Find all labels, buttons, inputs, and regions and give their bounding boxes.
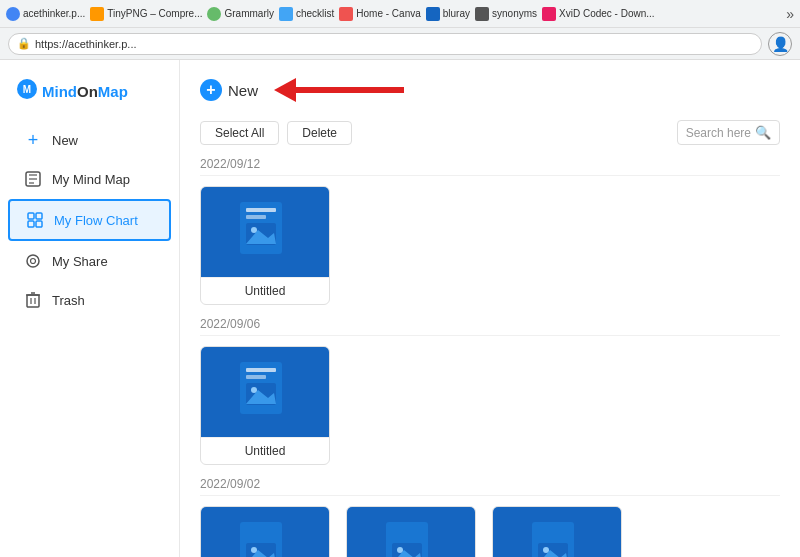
- date-section-3: 2022/09/02: [200, 477, 780, 557]
- address-bar[interactable]: 🔒 https://acethinker.p...: [8, 33, 762, 55]
- tab-5[interactable]: Home - Canva: [339, 7, 420, 21]
- svg-rect-6: [28, 213, 34, 219]
- sidebar-item-new[interactable]: + New: [8, 121, 171, 159]
- cards-row-3: [200, 506, 780, 557]
- svg-marker-17: [274, 78, 296, 102]
- toolbar-row: Select All Delete Search here 🔍: [200, 120, 780, 145]
- svg-point-37: [397, 547, 403, 553]
- svg-rect-21: [246, 215, 266, 219]
- svg-rect-18: [296, 87, 404, 93]
- file-card-preview: [493, 507, 621, 557]
- sidebar-share-label: My Share: [52, 254, 108, 269]
- file-card-preview: [201, 347, 329, 437]
- lock-icon: 🔒: [17, 37, 31, 50]
- search-icon: 🔍: [755, 125, 771, 140]
- app-container: M MindOnMap + New My Mind Map: [0, 60, 800, 557]
- svg-rect-27: [246, 375, 266, 379]
- svg-point-41: [543, 547, 549, 553]
- plus-icon: +: [24, 131, 42, 149]
- new-button-label: New: [228, 82, 258, 99]
- cards-row-2: Untitled: [200, 346, 780, 465]
- logo-icon: M: [16, 78, 38, 104]
- more-tabs-button[interactable]: »: [786, 6, 794, 22]
- search-box[interactable]: Search here 🔍: [677, 120, 780, 145]
- tab-8[interactable]: XviD Codec - Down...: [542, 7, 655, 21]
- file-card[interactable]: [492, 506, 622, 557]
- browser-tabs: acethinker.p... TinyPNG – Compre... Gram…: [6, 7, 782, 21]
- url-text: https://acethinker.p...: [35, 38, 137, 50]
- svg-rect-7: [36, 213, 42, 219]
- file-card[interactable]: Untitled: [200, 346, 330, 465]
- file-card[interactable]: [200, 506, 330, 557]
- tab-6[interactable]: bluray: [426, 7, 470, 21]
- file-card-preview: [201, 507, 329, 557]
- flowchart-icon: [26, 211, 44, 229]
- app-logo: M MindOnMap: [0, 70, 179, 120]
- svg-rect-26: [246, 368, 276, 372]
- trash-icon: [24, 291, 42, 309]
- delete-button[interactable]: Delete: [287, 121, 352, 145]
- share-icon: [24, 252, 42, 270]
- profile-icon[interactable]: 👤: [768, 32, 792, 56]
- sidebar-flowchart-label: My Flow Chart: [54, 213, 138, 228]
- mindmap-icon: [24, 170, 42, 188]
- file-card[interactable]: [346, 506, 476, 557]
- toolbar-left: Select All Delete: [200, 121, 352, 145]
- sidebar-trash-label: Trash: [52, 293, 85, 308]
- svg-text:M: M: [23, 84, 31, 95]
- svg-rect-20: [246, 208, 276, 212]
- svg-point-11: [31, 259, 36, 264]
- svg-rect-8: [28, 221, 34, 227]
- svg-point-29: [251, 387, 257, 393]
- sidebar-item-flowchart[interactable]: My Flow Chart: [8, 199, 171, 241]
- svg-rect-12: [27, 295, 39, 307]
- svg-point-23: [251, 227, 257, 233]
- address-bar-row: 🔒 https://acethinker.p... 👤: [0, 28, 800, 60]
- date-label-2: 2022/09/06: [200, 317, 780, 336]
- sidebar: M MindOnMap + New My Mind Map: [0, 60, 180, 557]
- tab-7[interactable]: synonyms: [475, 7, 537, 21]
- new-button-plus-icon: +: [200, 79, 222, 101]
- main-header: + New: [200, 76, 780, 104]
- tab-1[interactable]: acethinker.p...: [6, 7, 85, 21]
- tab-3[interactable]: Grammarly: [207, 7, 273, 21]
- svg-rect-9: [36, 221, 42, 227]
- sidebar-mindmap-label: My Mind Map: [52, 172, 130, 187]
- file-card-preview: [201, 187, 329, 277]
- cards-row-1: Untitled: [200, 186, 780, 305]
- date-section-1: 2022/09/12 Untitled: [200, 157, 780, 305]
- tab-2[interactable]: TinyPNG – Compre...: [90, 7, 202, 21]
- date-label-3: 2022/09/02: [200, 477, 780, 496]
- select-all-button[interactable]: Select All: [200, 121, 279, 145]
- date-label-1: 2022/09/12: [200, 157, 780, 176]
- browser-tab-bar: acethinker.p... TinyPNG – Compre... Gram…: [0, 0, 800, 28]
- tab-4[interactable]: checklist: [279, 7, 334, 21]
- svg-point-10: [27, 255, 39, 267]
- file-card-name: Untitled: [201, 277, 329, 304]
- logo-text: MindOnMap: [42, 83, 128, 100]
- file-card[interactable]: Untitled: [200, 186, 330, 305]
- sidebar-item-share[interactable]: My Share: [8, 242, 171, 280]
- file-card-name: Untitled: [201, 437, 329, 464]
- sidebar-item-trash[interactable]: Trash: [8, 281, 171, 319]
- sidebar-new-label: New: [52, 133, 78, 148]
- red-arrow-indicator: [274, 76, 404, 104]
- date-section-2: 2022/09/06 Untitled: [200, 317, 780, 465]
- new-button[interactable]: + New: [200, 79, 258, 101]
- search-placeholder-text: Search here: [686, 126, 751, 140]
- file-card-preview: [347, 507, 475, 557]
- main-content: + New Select All Delete Search here 🔍: [180, 60, 800, 557]
- svg-point-33: [251, 547, 257, 553]
- sidebar-item-mindmap[interactable]: My Mind Map: [8, 160, 171, 198]
